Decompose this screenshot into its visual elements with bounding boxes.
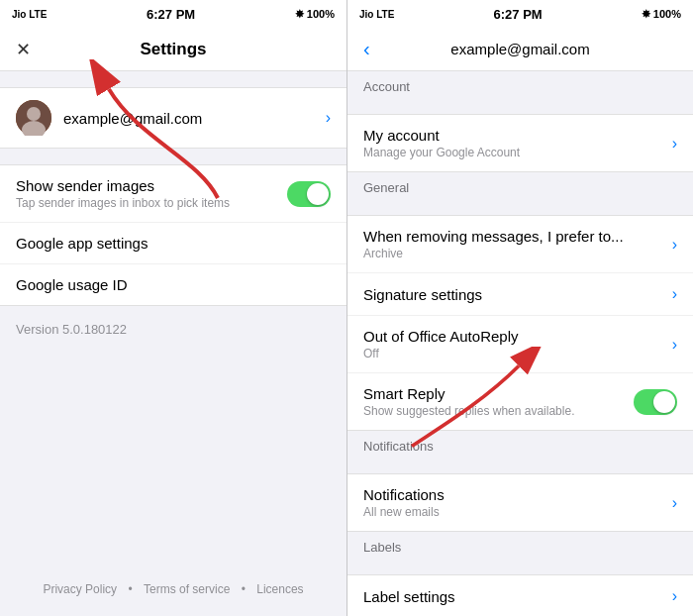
notifications-label: Notifications bbox=[363, 486, 672, 503]
removing-chevron-icon: › bbox=[672, 236, 677, 254]
account-header: Account bbox=[347, 71, 693, 98]
left-time: 6:27 PM bbox=[147, 7, 195, 22]
left-nav-title: Settings bbox=[40, 40, 307, 59]
google-usage-id-item[interactable]: Google usage ID bbox=[0, 264, 346, 305]
left-panel: Jio LTE 6:27 PM ✸ 100% ✕ Settings exa bbox=[0, 0, 346, 616]
terms-link[interactable]: Terms of service bbox=[144, 582, 230, 596]
out-of-office-label: Out of Office AutoReply bbox=[363, 328, 672, 345]
right-nav-email: example@gmail.com bbox=[387, 41, 653, 57]
right-time: 6:27 PM bbox=[494, 7, 543, 22]
right-bluetooth-icon: ✸ bbox=[642, 8, 650, 21]
label-settings-text: Label settings bbox=[363, 588, 672, 605]
smart-reply-label: Smart Reply bbox=[363, 385, 634, 402]
signature-chevron-icon: › bbox=[672, 285, 677, 303]
notifications-settings-section: Notifications All new emails › bbox=[347, 473, 693, 532]
notifications-item[interactable]: Notifications All new emails › bbox=[347, 474, 693, 531]
removing-messages-text: When removing messages, I prefer to... A… bbox=[363, 228, 672, 260]
right-panel: Jio LTE 6:27 PM ✸ 100% ‹ example@gmail.c… bbox=[346, 0, 693, 616]
labels-settings-section: Label settings › bbox=[347, 574, 693, 616]
google-app-text: Google app settings bbox=[16, 235, 331, 252]
removing-messages-item[interactable]: When removing messages, I prefer to... A… bbox=[347, 216, 693, 273]
right-nav-bar: ‹ example@gmail.com bbox=[347, 28, 693, 71]
out-of-office-chevron-icon: › bbox=[672, 336, 677, 354]
left-carrier: Jio LTE bbox=[12, 9, 47, 20]
my-account-label: My account bbox=[363, 127, 672, 144]
labels-header: Labels bbox=[347, 532, 693, 559]
smart-reply-sub: Show suggested replies when available. bbox=[363, 404, 634, 418]
smart-reply-text: Smart Reply Show suggested replies when … bbox=[363, 385, 634, 418]
show-sender-images-item[interactable]: Show sender images Tap sender images in … bbox=[0, 165, 346, 223]
account-settings-section: My account Manage your Google Account › bbox=[347, 114, 693, 172]
privacy-link[interactable]: Privacy Policy bbox=[43, 582, 117, 596]
label-settings-item[interactable]: Label settings › bbox=[347, 575, 693, 616]
right-content: Account My account Manage your Google Ac… bbox=[347, 71, 693, 616]
out-of-office-item[interactable]: Out of Office AutoReply Off › bbox=[347, 316, 693, 373]
my-account-sub: Manage your Google Account bbox=[363, 146, 672, 159]
back-button[interactable]: ‹ bbox=[363, 38, 387, 60]
signature-settings-item[interactable]: Signature settings › bbox=[347, 273, 693, 316]
dot2: • bbox=[242, 582, 246, 596]
settings-section: Show sender images Tap sender images in … bbox=[0, 164, 346, 306]
right-status-bar: Jio LTE 6:27 PM ✸ 100% bbox=[347, 0, 693, 28]
right-battery: ✸ 100% bbox=[642, 8, 681, 21]
sender-images-toggle[interactable] bbox=[287, 181, 331, 207]
left-battery: ✸ 100% bbox=[295, 8, 335, 21]
notifications-chevron-icon: › bbox=[672, 494, 677, 512]
account-section: example@gmail.com › bbox=[0, 87, 346, 149]
dot1: • bbox=[128, 582, 132, 596]
account-email-label: example@gmail.com bbox=[63, 110, 326, 127]
out-of-office-text: Out of Office AutoReply Off bbox=[363, 328, 672, 360]
my-account-chevron-icon: › bbox=[672, 135, 677, 153]
version-text: Version 5.0.180122 bbox=[0, 306, 346, 353]
licences-link[interactable]: Licences bbox=[256, 582, 303, 596]
show-sender-sub: Tap sender images in inbox to pick items bbox=[16, 196, 287, 210]
close-button[interactable]: ✕ bbox=[16, 39, 40, 60]
general-header: General bbox=[347, 172, 693, 199]
notifications-text: Notifications All new emails bbox=[363, 486, 672, 519]
avatar bbox=[16, 100, 51, 136]
notifications-header: Notifications bbox=[347, 431, 693, 458]
my-account-text: My account Manage your Google Account bbox=[363, 127, 672, 159]
general-settings-section: When removing messages, I prefer to... A… bbox=[347, 215, 693, 431]
removing-messages-label: When removing messages, I prefer to... bbox=[363, 228, 672, 245]
notifications-sub: All new emails bbox=[363, 505, 672, 519]
show-sender-label: Show sender images bbox=[16, 177, 287, 194]
footer-links: Privacy Policy • Terms of service • Lice… bbox=[0, 582, 346, 596]
signature-label: Signature settings bbox=[363, 286, 672, 303]
my-account-item[interactable]: My account Manage your Google Account › bbox=[347, 115, 693, 171]
smart-reply-item[interactable]: Smart Reply Show suggested replies when … bbox=[347, 373, 693, 430]
google-app-settings-item[interactable]: Google app settings bbox=[0, 223, 346, 264]
left-nav-bar: ✕ Settings bbox=[0, 28, 346, 71]
left-content: example@gmail.com › Show sender images T… bbox=[0, 71, 346, 616]
show-sender-text: Show sender images Tap sender images in … bbox=[16, 177, 287, 210]
left-status-bar: Jio LTE 6:27 PM ✸ 100% bbox=[0, 0, 346, 28]
account-row[interactable]: example@gmail.com › bbox=[0, 88, 346, 148]
signature-text: Signature settings bbox=[363, 286, 672, 303]
smart-reply-toggle[interactable] bbox=[634, 389, 677, 415]
svg-point-1 bbox=[27, 107, 41, 121]
right-battery-text: 100% bbox=[653, 8, 681, 20]
google-usage-text: Google usage ID bbox=[16, 276, 331, 293]
google-usage-label: Google usage ID bbox=[16, 276, 331, 293]
out-of-office-sub: Off bbox=[363, 347, 672, 360]
right-carrier: Jio LTE bbox=[359, 9, 394, 20]
removing-messages-sub: Archive bbox=[363, 247, 672, 260]
google-app-label: Google app settings bbox=[16, 235, 331, 252]
label-settings-label: Label settings bbox=[363, 588, 672, 605]
account-chevron-icon: › bbox=[326, 109, 331, 127]
battery-text: 100% bbox=[307, 8, 335, 20]
label-settings-chevron-icon: › bbox=[672, 587, 677, 605]
bluetooth-icon: ✸ bbox=[295, 8, 304, 21]
